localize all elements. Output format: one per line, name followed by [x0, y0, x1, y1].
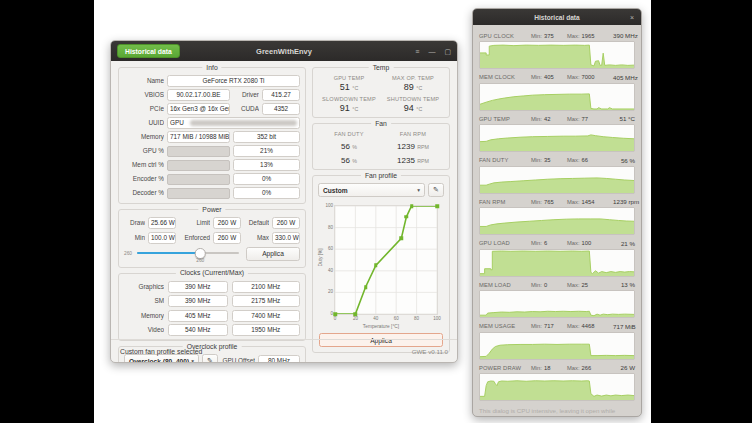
hist-min: 765: [544, 199, 554, 205]
power-max-field[interactable]: 330.0 W: [272, 232, 300, 244]
fan-curve-point[interactable]: [405, 215, 409, 219]
video-clock-current[interactable]: 540 MHz: [168, 324, 228, 336]
memory-clock-label: Memory: [124, 311, 164, 321]
driver-label: Driver: [233, 90, 259, 100]
hist-section-gpu-load: GPU LOAD Min:6 Max:100 21 %: [479, 238, 635, 277]
power-slider-track[interactable]: 260: [137, 252, 239, 255]
historical-title: Historical data: [473, 14, 641, 21]
hist-chart-fan-duty: [479, 166, 635, 194]
fan1-duty-value: 56: [341, 142, 350, 151]
hist-section-power-draw: POWER DRAW Min:18 Max:266 26 W: [479, 362, 635, 401]
fan-curve-point[interactable]: [435, 204, 439, 208]
hist-current: 51 °C: [613, 115, 635, 122]
memctrl-usage-label: Mem ctrl %: [124, 160, 164, 170]
memory-field[interactable]: 717 MiB / 10988 MiB: [167, 131, 230, 143]
fan-profile-combo[interactable]: Custom ▾: [318, 183, 425, 197]
video-clock-label: Video: [124, 325, 164, 335]
historical-data-button[interactable]: Historical data: [117, 44, 180, 58]
power-min-field[interactable]: 100.0 W: [148, 232, 176, 244]
hist-chart-gpu-load: [479, 249, 635, 277]
info-frame: Info Name GeForce RTX 2080 Ti VBIOS 90.0…: [118, 67, 306, 204]
power-min-label: Min: [124, 233, 145, 243]
hist-max: 66: [582, 157, 588, 163]
hist-current: 26 W: [613, 364, 635, 371]
hist-label: MEM USAGE: [479, 323, 531, 329]
status-message: Custom fan profile selected: [120, 348, 202, 355]
fan-chart-xlabel: Temperature [°C]: [363, 324, 399, 329]
power-limit-slider[interactable]: 260 260: [124, 245, 241, 263]
memory-clock-current[interactable]: 405 MHz: [168, 310, 228, 322]
fan-curve-point[interactable]: [364, 285, 368, 289]
hist-footer-note: This dialog is CPU intensive, leaving it…: [479, 407, 635, 418]
fan-profile-chart: Duty [%] 020406080100020406080100 Temper…: [320, 202, 442, 329]
fan-curve-point[interactable]: [410, 204, 414, 208]
shutdown-temp-unit: °C: [416, 106, 422, 112]
power-draw-field[interactable]: 25.66 W: [148, 217, 176, 229]
pcie-field[interactable]: 16x Gen3 @ 16x Gen1: [167, 103, 230, 115]
hist-label: GPU CLOCK: [479, 33, 531, 39]
hist-chart-gpu-clock: [479, 41, 635, 69]
hist-max: 1965: [582, 33, 595, 39]
uuid-field[interactable]: GPU: [167, 117, 300, 129]
decoder-usage-value[interactable]: 0%: [233, 187, 300, 199]
menu-icon[interactable]: ≡: [415, 48, 419, 55]
hist-current: 1239 rpm: [613, 198, 639, 205]
close-icon[interactable]: ×: [630, 14, 634, 21]
maximize-icon[interactable]: ▢: [444, 48, 451, 55]
hist-max: 7000: [582, 74, 595, 80]
encoder-usage-label: Encoder %: [124, 174, 164, 184]
fan-profile-edit-button[interactable]: ✎: [428, 183, 444, 197]
encoder-usage-value[interactable]: 0%: [233, 173, 300, 185]
fan-profile-selected: Custom: [323, 187, 348, 194]
hist-max: 100: [582, 240, 592, 246]
clocks-frame: Clocks (Current/Max) Graphics 390 MHz 21…: [118, 273, 306, 342]
fan-chart-plot: 020406080100020406080100: [334, 205, 438, 315]
memory-bus-field[interactable]: 352 bit: [233, 131, 300, 143]
hist-section-mem-usage: MEM USAGE Min:717 Max:4468 717 MiB: [479, 321, 635, 360]
hist-chart-power-draw: [479, 373, 635, 401]
vbios-field[interactable]: 90.02.17.00.BE: [167, 89, 230, 101]
fan-profile-frame: Fan profile Custom ▾ ✎ Duty [%] 02040608…: [312, 175, 450, 353]
uuid-label: UUID: [124, 118, 164, 128]
fan-rpm-header: FAN RPM: [382, 131, 444, 137]
power-limit-field[interactable]: 260 W: [213, 217, 241, 229]
video-clock-max[interactable]: 1950 MHz: [232, 324, 300, 336]
hist-min: 6: [544, 240, 547, 246]
power-enforced-field[interactable]: 260 W: [213, 232, 241, 244]
hist-chart-fan-rpm: [479, 207, 635, 235]
sm-clock-max[interactable]: 2175 MHz: [232, 295, 300, 307]
y-tick-label: 80: [328, 225, 333, 230]
hist-current: 13 %: [613, 281, 635, 288]
hist-current: 405 MHz: [613, 74, 638, 81]
sm-clock-current[interactable]: 390 MHz: [168, 295, 228, 307]
graphics-clock-max[interactable]: 2100 MHz: [232, 281, 300, 293]
y-tick-label: 100: [325, 204, 333, 209]
minimize-icon[interactable]: —: [428, 48, 435, 55]
driver-field[interactable]: 415.27: [262, 89, 300, 101]
name-field[interactable]: GeForce RTX 2080 Ti: [167, 75, 300, 87]
hist-chart-gpu-temp: [479, 124, 635, 152]
fan-curve-point[interactable]: [374, 264, 378, 268]
hist-chart-mem-load: [479, 290, 635, 318]
hist-section-gpu-temp: GPU TEMP Min:42 Max:77 51 °C: [479, 113, 635, 152]
name-label: Name: [124, 76, 164, 86]
vbios-label: VBIOS: [124, 90, 164, 100]
cuda-field[interactable]: 4352: [262, 103, 300, 115]
power-frame-title: Power: [198, 206, 225, 214]
fan2-duty-unit: %: [352, 158, 357, 164]
graphics-clock-current[interactable]: 390 MHz: [168, 281, 228, 293]
hist-current: 717 MiB: [613, 323, 636, 330]
power-slider-fill: [137, 252, 200, 255]
hist-chart-mem-clock: [479, 83, 635, 111]
slowdown-temp-metric: SLOWDOWN TEMP 91 °C: [318, 96, 380, 113]
power-enforced-label: Enforced: [179, 233, 210, 243]
gpu-temp-value: 51: [340, 82, 350, 92]
memctrl-usage-value[interactable]: 13%: [233, 159, 300, 171]
gpu-temp-label: GPU TEMP: [318, 75, 380, 81]
gpu-usage-value[interactable]: 21%: [233, 145, 300, 157]
fan-curve-point[interactable]: [400, 237, 404, 241]
memory-clock-max[interactable]: 7400 MHz: [232, 310, 300, 322]
decoder-usage-bar: [167, 188, 230, 199]
power-apply-button[interactable]: Applica: [246, 247, 300, 261]
power-default-field[interactable]: 260 W: [272, 217, 300, 229]
